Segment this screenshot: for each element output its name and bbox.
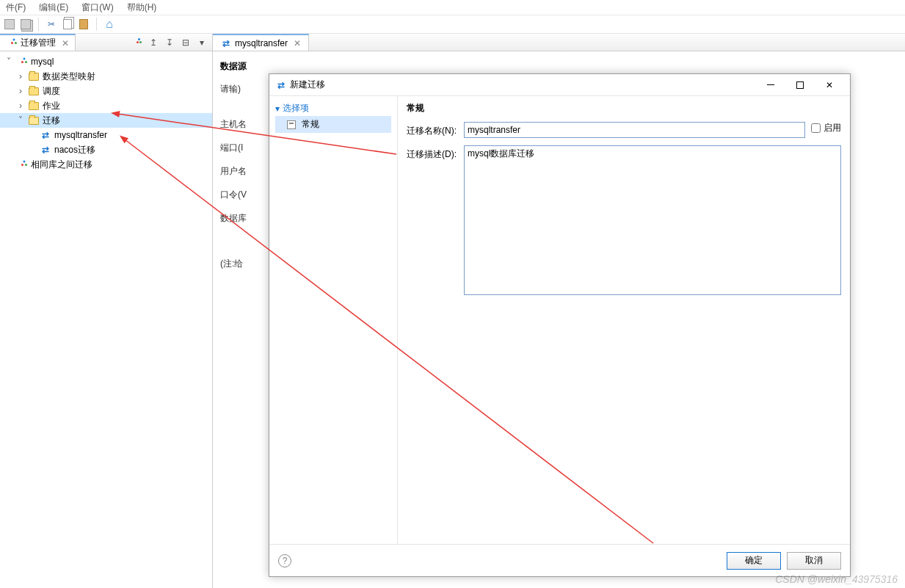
minimize-button[interactable]: [756, 75, 785, 95]
tree-node-nacos[interactable]: nacos迁移: [0, 142, 212, 157]
host-label: 主机名: [220, 118, 264, 131]
cancel-button[interactable]: 取消: [787, 552, 841, 570]
nav-options-header[interactable]: ▾ 选择项: [275, 101, 391, 116]
tree-node-mysql[interactable]: ˅ mysql: [0, 54, 212, 69]
sidebar: 迁移管理 ✕ ˅ mysql › 数据类型映射: [0, 34, 213, 588]
transfer-icon: [275, 79, 287, 91]
copy-icon[interactable]: [61, 18, 74, 31]
db-icon: [16, 56, 28, 68]
import-icon[interactable]: [164, 37, 175, 48]
dialog-nav: ▾ 选择项 常规: [269, 96, 398, 544]
tree-node-migration[interactable]: ˅ 迁移: [0, 113, 212, 128]
close-icon[interactable]: ✕: [294, 38, 301, 48]
export-icon[interactable]: [148, 37, 159, 48]
enable-checkbox[interactable]: 启用: [811, 122, 841, 134]
menu-help[interactable]: 帮助(H): [124, 0, 160, 15]
migration-name-input[interactable]: [464, 122, 805, 138]
editor-tab-label: mysqltransfer: [235, 38, 288, 48]
hint-label: 请输): [220, 83, 264, 95]
menu-edit[interactable]: 编辑(E): [36, 0, 71, 15]
dialog-titlebar[interactable]: 新建迁移: [269, 74, 850, 96]
tree-node-type-mapping[interactable]: › 数据类型映射: [0, 69, 212, 84]
help-icon[interactable]: ?: [278, 554, 291, 567]
dialog-title: 新建迁移: [287, 79, 756, 91]
save-all-icon[interactable]: [19, 18, 32, 31]
form-section-title: 常规: [407, 102, 841, 115]
tree-node-jobs[interactable]: › 作业: [0, 98, 212, 113]
migration-desc-textarea[interactable]: [464, 145, 841, 295]
password-label: 口令(V: [220, 189, 264, 201]
close-button[interactable]: [815, 75, 844, 95]
transfer-icon: [40, 144, 51, 156]
nav-item-general[interactable]: 常规: [275, 116, 391, 133]
enable-checkbox-input[interactable]: [811, 123, 821, 133]
new-migration-dialog: 新建迁移 ▾ 选择项 常规 常规 迁移名称(N): 启用: [269, 73, 851, 577]
folder-icon: [28, 85, 40, 97]
db-label: 数据库: [220, 212, 264, 225]
menu-window[interactable]: 窗口(W): [79, 0, 116, 15]
view-menu-icon[interactable]: [196, 37, 208, 48]
folder-open-icon: [28, 115, 40, 126]
folder-icon: [28, 100, 40, 112]
form-icon: [286, 119, 297, 131]
cut-icon[interactable]: [45, 18, 58, 31]
maximize-button[interactable]: [785, 75, 815, 95]
section-datasource: 数据源: [220, 60, 898, 73]
db-manage-icon: [6, 37, 18, 49]
sidebar-tab-migration[interactable]: 迁移管理 ✕: [0, 34, 76, 51]
editor-tab-mysqltransfer[interactable]: mysqltransfer ✕: [213, 34, 309, 51]
migration-desc-label: 迁移描述(D):: [407, 145, 464, 161]
migration-name-label: 迁移名称(N):: [407, 122, 464, 137]
transfer-icon: [40, 129, 51, 141]
sidebar-tab-label: 迁移管理: [21, 37, 56, 49]
migration-tree: ˅ mysql › 数据类型映射 › 调度 › 作业 ˅ 迁移: [0, 51, 212, 588]
db-icon: [16, 159, 28, 170]
toolbar-separator: [38, 18, 39, 31]
transfer-icon: [220, 37, 232, 49]
collapse-all-icon[interactable]: [180, 37, 192, 48]
connections-icon[interactable]: [131, 37, 143, 48]
note-label: (注:给: [220, 258, 264, 270]
tree-node-same-db[interactable]: 相同库之间迁移: [0, 157, 212, 172]
tree-node-mysqltransfer[interactable]: mysqltransfer: [0, 128, 212, 142]
folder-icon: [28, 70, 40, 82]
chevron-down-icon: ▾: [275, 104, 280, 114]
save-icon[interactable]: [3, 18, 16, 31]
main-toolbar: [0, 15, 905, 34]
port-label: 端口(I: [220, 142, 264, 154]
close-icon[interactable]: ✕: [62, 38, 69, 48]
home-icon[interactable]: [103, 18, 116, 31]
user-label: 用户名: [220, 165, 264, 178]
tree-node-schedule[interactable]: › 调度: [0, 84, 212, 98]
menu-bar: 件(F) 编辑(E) 窗口(W) 帮助(H): [0, 0, 905, 15]
menu-file[interactable]: 件(F): [3, 0, 29, 15]
paste-icon[interactable]: [77, 18, 90, 31]
ok-button[interactable]: 确定: [727, 552, 781, 570]
toolbar-separator: [96, 18, 97, 31]
